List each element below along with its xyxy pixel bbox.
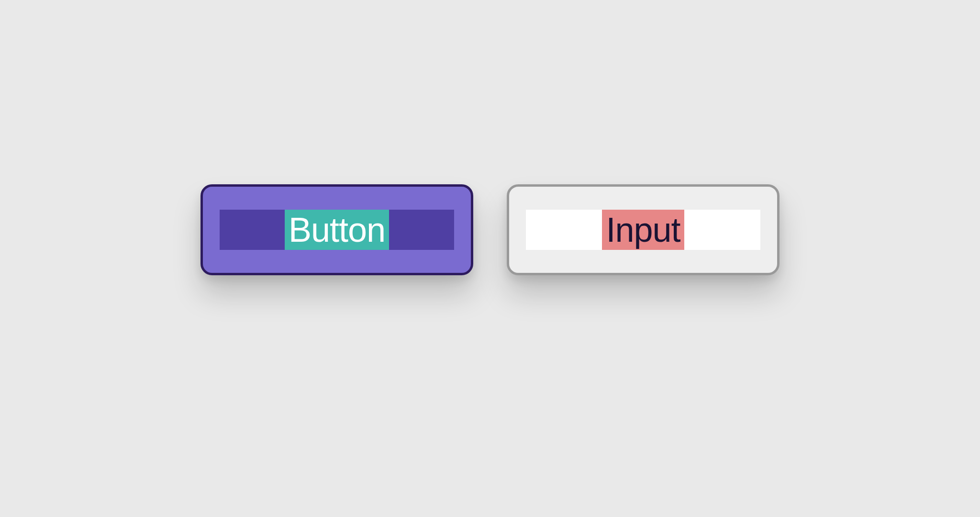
button-label: Button (285, 210, 389, 250)
button-element-illustration[interactable]: Button (200, 184, 473, 275)
input-label: Input (602, 210, 684, 250)
input-content-area: Input (526, 210, 760, 250)
button-content-area: Button (220, 210, 454, 250)
input-element-illustration[interactable]: Input (507, 184, 780, 275)
diagram-container: Button Input (200, 184, 780, 275)
